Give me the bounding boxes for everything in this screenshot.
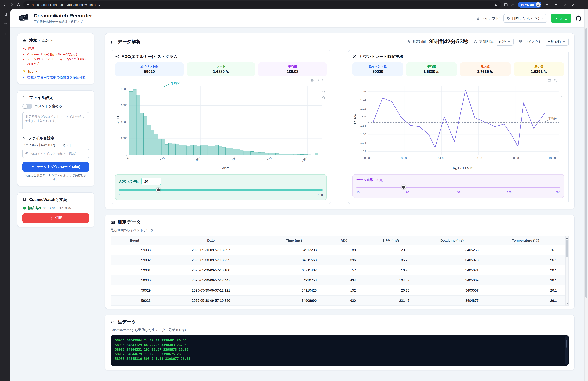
svg-text:02:00: 02:00	[401, 156, 408, 160]
grid-icon	[476, 16, 480, 20]
chevron-down-icon	[541, 17, 544, 20]
zoom-icon[interactable]	[316, 78, 320, 82]
bin-width-slider[interactable]	[119, 188, 323, 192]
warning-icon	[22, 38, 27, 42]
comment-toggle[interactable]	[22, 104, 32, 109]
table-row[interactable]: 590322025-05-30-09-57-13.255349115603968…	[110, 255, 565, 265]
stat-label: レート	[188, 65, 254, 69]
close-icon[interactable]	[569, 0, 578, 9]
table-cell: 396	[325, 255, 364, 265]
stat-label: 平均値	[407, 65, 456, 69]
table-row[interactable]: 590292025-05-30-09-57-12.121349104281522…	[110, 285, 565, 296]
forward-icon[interactable]	[9, 2, 14, 7]
scrollbar-thumb[interactable]	[585, 28, 588, 298]
connection-detail: (VID: 6790, PID: 29987)	[43, 207, 72, 210]
connection-status: 接続済み	[28, 206, 42, 211]
scrollbar-thumb[interactable]	[566, 240, 568, 257]
minimize-icon[interactable]	[552, 0, 561, 9]
browser-menu-icon[interactable]	[544, 2, 549, 7]
comment-toggle-label: コメントを含める	[35, 104, 62, 108]
table-row[interactable]: 590302025-05-30-09-57-12.447349107534341…	[110, 275, 565, 285]
comment-textarea[interactable]	[22, 112, 89, 130]
table-cell: 104.82	[364, 275, 418, 285]
url-text[interactable]: https://accel-kitchen.com/app/cosmicwatc…	[32, 3, 492, 6]
svg-text:4000: 4000	[121, 120, 127, 124]
camera-icon[interactable]	[547, 78, 551, 82]
refresh-icon[interactable]	[17, 3, 21, 7]
restore-icon[interactable]	[561, 0, 569, 9]
analysis-title: データ解析	[118, 39, 141, 44]
table-cell: 34912203	[263, 245, 325, 255]
workspace-icon[interactable]	[3, 22, 7, 27]
scroll-up-icon[interactable]	[566, 237, 568, 239]
zoom-in-icon[interactable]	[316, 84, 320, 88]
data-points-slider-handle[interactable]	[401, 185, 406, 189]
table-cell: 34911487	[263, 265, 325, 275]
autoscale-icon[interactable]	[559, 90, 563, 94]
raw-data-terminal[interactable]: 58934 34842964 74 19.44 3398481 26.05589…	[110, 335, 569, 366]
adc-histogram-chart[interactable]: 0200400600800100002000400060008000平均値ADC…	[115, 78, 327, 171]
svg-text:6000: 6000	[121, 104, 127, 107]
table-scrollbar[interactable]	[565, 235, 569, 306]
demo-button[interactable]: デモ	[551, 14, 571, 22]
github-icon[interactable]	[575, 15, 582, 21]
count-rate-chart[interactable]: 00:0002:0004:0006:0008:0010:001.621.641.…	[353, 78, 564, 171]
zoom-out-icon[interactable]	[559, 84, 563, 88]
measurement-table: EventDateTime (ms)ADCSiPM (mV)Deadtime (…	[110, 235, 565, 306]
bookmark-star-icon[interactable]	[494, 3, 498, 6]
device-icon	[22, 198, 27, 202]
interval-select[interactable]: 10秒	[496, 38, 514, 46]
disconnect-button[interactable]: 切断	[22, 213, 89, 223]
data-points-slider[interactable]	[357, 185, 560, 189]
table-cell: 88	[325, 245, 364, 255]
table-cell: 34910428	[263, 285, 325, 296]
reset-home-icon[interactable]	[322, 96, 326, 100]
header-layout-select[interactable]: 自動 (フルサイズ)	[504, 14, 547, 22]
slider-tick-label: 50	[457, 191, 460, 194]
zoom-icon[interactable]	[553, 78, 557, 82]
downloads-icon[interactable]	[511, 2, 515, 7]
table-cell: 26.1	[486, 265, 565, 275]
bin-width-input[interactable]	[142, 178, 161, 185]
table-row[interactable]: 590332025-05-30-09-57-13.897349122038820…	[110, 245, 565, 255]
download-data-button[interactable]: データをダウンロード (.dat)	[22, 162, 89, 171]
svg-text:1.62: 1.62	[360, 150, 366, 153]
tabs-panel-icon[interactable]	[3, 12, 7, 17]
data-points-control: データ点数: 20点 102050100200	[353, 174, 564, 198]
select-box-icon[interactable]	[322, 78, 326, 82]
measure-time-value: 9時間42分53秒	[429, 38, 469, 46]
analysis-layout-select[interactable]: 自動 (横)	[544, 38, 569, 46]
reset-home-icon[interactable]	[559, 96, 563, 100]
svg-text:Count: Count	[116, 116, 119, 125]
add-icon[interactable]	[3, 32, 7, 36]
scroll-down-icon[interactable]	[566, 303, 568, 304]
profile-avatar[interactable]	[536, 2, 541, 7]
select-box-icon[interactable]	[559, 78, 563, 82]
bin-width-label: ADC ビン幅:	[119, 179, 139, 184]
svg-text:1.76: 1.76	[360, 90, 366, 93]
table-row[interactable]: 590282025-05-30-09-57-10.386349086966202…	[110, 296, 565, 305]
page-scrollbar[interactable]	[584, 9, 588, 381]
browser-side-toolbar	[0, 9, 10, 381]
split-screen-icon[interactable]	[504, 2, 508, 7]
autoscale-icon[interactable]	[322, 90, 326, 94]
inprivate-badge[interactable]: InPrivate	[518, 1, 542, 8]
stat-chip: 総イベント数59020	[353, 63, 403, 76]
terminal-scrollbar[interactable]	[565, 336, 568, 365]
table-cell: 620	[325, 296, 364, 305]
warning-item: データはダウンロードをしないと保存されません	[27, 57, 89, 66]
slider-min-label: 1	[119, 193, 121, 197]
camera-icon[interactable]	[310, 78, 314, 82]
scrollbar-thumb[interactable]	[566, 340, 567, 348]
table-cell: 26.1	[486, 275, 565, 285]
analysis-card: データ解析 測定時間: 9時間42分53秒 更新間隔:	[105, 33, 574, 209]
bin-width-slider-handle[interactable]	[156, 188, 160, 192]
url-bar[interactable]: https://accel-kitchen.com/app/cosmicwatc…	[23, 1, 501, 8]
table-row[interactable]: 590312025-05-30-09-57-13.188349114875716…	[110, 265, 565, 275]
zoom-out-icon[interactable]	[322, 84, 326, 88]
filename-suffix-input[interactable]	[22, 149, 89, 158]
zoom-in-icon[interactable]	[553, 84, 557, 88]
clock-icon	[353, 55, 357, 59]
back-icon[interactable]	[2, 2, 7, 7]
warning-list: Chrome, Edge対応（Safari非対応）データはダウンロードをしないと…	[22, 52, 89, 66]
